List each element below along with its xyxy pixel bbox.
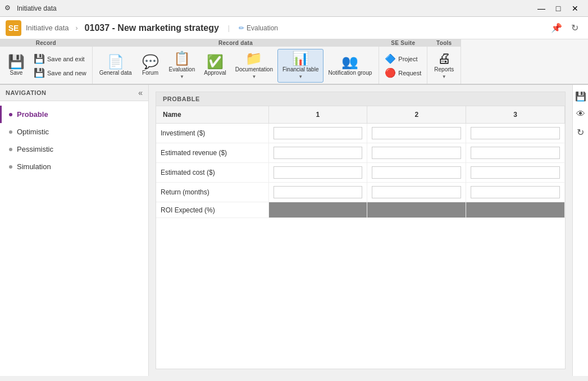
app-icon: ⚙ — [4, 4, 13, 13]
revenue-input-3[interactable] — [471, 147, 560, 159]
general-data-button[interactable]: 📄 General data — [95, 49, 136, 83]
investiment-input-3[interactable] — [471, 127, 560, 139]
ribbon-group-se-suite-header: SE Suite — [379, 39, 427, 47]
return-col3[interactable] — [466, 183, 565, 202]
sidebar-save-button[interactable]: 💾 — [574, 89, 587, 103]
return-input-1[interactable] — [274, 186, 363, 198]
general-data-icon: 📄 — [107, 55, 124, 69]
sidebar-refresh-button[interactable]: ↻ — [574, 125, 587, 139]
save-new-icon: 💾 — [34, 67, 45, 78]
nav-label-simulation: Simulation — [17, 162, 51, 171]
title-bar: ⚙ Initiative data — □ ✕ — [0, 0, 588, 17]
pipe-separator: | — [228, 24, 230, 32]
financial-table-button[interactable]: 📊 Financial table▼ — [277, 49, 323, 83]
cost-input-1[interactable] — [274, 166, 363, 179]
save-button[interactable]: 💾 Save — [2, 49, 30, 83]
content-panel: PROBABLE Name 1 2 3 Investiment ($) — [156, 92, 566, 369]
main-layout: NAVIGATION « Probable Optimistic Pessimi… — [0, 85, 588, 376]
revenue-col3[interactable] — [466, 143, 565, 163]
revenue-input-1[interactable] — [274, 147, 363, 159]
nav-item-simulation[interactable]: Simulation — [0, 158, 148, 175]
cost-input-3[interactable] — [471, 166, 560, 179]
ribbon-group-se-suite: SE Suite 🔷 Project 🔴 Request — [379, 39, 427, 84]
nav-dot-simulation — [9, 165, 12, 169]
maximize-button[interactable]: □ — [550, 2, 567, 15]
return-input-2[interactable] — [372, 186, 461, 198]
approval-button[interactable]: ✅ Approval — [199, 49, 230, 83]
investiment-input-1[interactable] — [274, 127, 363, 139]
nav-item-optimistic[interactable]: Optimistic — [0, 123, 148, 140]
revenue-col2[interactable] — [367, 143, 466, 163]
cost-col2[interactable] — [367, 163, 466, 183]
col-name-header: Name — [156, 106, 268, 124]
ribbon-group-tools-content: 🖨 Reports▼ — [427, 47, 461, 84]
revenue-col1[interactable] — [268, 143, 367, 163]
forum-button[interactable]: 💬 Forum — [136, 49, 165, 83]
table-row: Estimated cost ($) — [156, 163, 565, 183]
title-bar-text: Initiative data — [17, 4, 533, 12]
investiment-input-2[interactable] — [372, 127, 461, 139]
sidebar-view-button[interactable]: 👁 — [574, 107, 587, 121]
evaluation-button[interactable]: 📋 Evaluation▼ — [165, 49, 200, 83]
nav-collapse-button[interactable]: « — [138, 88, 143, 97]
nav-item-pessimistic[interactable]: Pessimistic — [0, 140, 148, 158]
investiment-col1[interactable] — [268, 124, 367, 143]
minimize-button[interactable]: — — [533, 2, 550, 15]
evaluation-link[interactable]: ✏ Evaluation — [239, 24, 278, 32]
return-col1[interactable] — [268, 183, 367, 202]
ribbon-group-tools-header: Tools — [427, 39, 461, 47]
refresh-button[interactable]: ↻ — [567, 20, 582, 36]
ribbon-bar: Record 💾 Save 💾 Save and exit 💾 Save and… — [0, 39, 588, 85]
ribbon-groups: Record 💾 Save 💾 Save and exit 💾 Save and… — [0, 39, 588, 84]
nav-label-optimistic: Optimistic — [17, 128, 49, 136]
navigation-panel: NAVIGATION « Probable Optimistic Pessimi… — [0, 85, 149, 376]
table-row: Return (months) — [156, 183, 565, 202]
notification-group-button[interactable]: 👥 Notification group — [323, 49, 376, 83]
table-row: Estimated revenue ($) — [156, 143, 565, 163]
content-area: PROBABLE Name 1 2 3 Investiment ($) — [149, 85, 572, 376]
nav-label-probable: Probable — [17, 110, 48, 119]
cost-col3[interactable] — [466, 163, 565, 183]
roi-label: ROI Expected (%) — [156, 202, 268, 218]
request-button[interactable]: 🔴 Request — [381, 66, 425, 79]
approval-icon: ✅ — [207, 55, 224, 69]
save-and-new-button[interactable]: 💾 Save and new — [30, 66, 90, 79]
save-icon: 💾 — [8, 55, 25, 69]
app-header: SE Initiative data › 01037 - New marketi… — [0, 17, 588, 39]
cost-col1[interactable] — [268, 163, 367, 183]
ribbon-group-tools: Tools 🖨 Reports▼ — [427, 39, 461, 84]
nav-items: Probable Optimistic Pessimistic Simulati… — [0, 101, 148, 180]
save-exit-icon: 💾 — [34, 53, 45, 64]
notification-group-icon: 👥 — [341, 55, 358, 69]
record-small-buttons: 💾 Save and exit 💾 Save and new — [30, 49, 90, 83]
return-col2[interactable] — [367, 183, 466, 202]
ribbon-group-se-suite-content: 🔷 Project 🔴 Request — [379, 47, 427, 84]
project-button[interactable]: 🔷 Project — [381, 52, 425, 65]
documentation-button[interactable]: 📁 Documentation▼ — [231, 49, 277, 83]
close-button[interactable]: ✕ — [567, 2, 584, 15]
ribbon-group-record-header: Record — [0, 39, 92, 47]
nav-label-pessimistic: Pessimistic — [17, 145, 53, 153]
forum-icon: 💬 — [142, 55, 159, 69]
investiment-col2[interactable] — [367, 124, 466, 143]
reports-button[interactable]: 🖨 Reports▼ — [430, 49, 458, 83]
table-header-row: Name 1 2 3 — [156, 106, 565, 124]
nav-dot-probable — [9, 113, 12, 116]
revenue-input-2[interactable] — [372, 147, 461, 159]
window-controls: — □ ✕ — [533, 2, 584, 15]
nav-item-probable[interactable]: Probable — [0, 106, 148, 123]
financial-table-icon: 📊 — [292, 52, 309, 65]
investiment-col3[interactable] — [466, 124, 565, 143]
cost-input-2[interactable] — [372, 166, 461, 179]
breadcrumb-separator: › — [76, 24, 78, 32]
table-row: Investiment ($) — [156, 124, 565, 143]
return-input-3[interactable] — [471, 186, 560, 198]
ribbon-group-record-data-header: Record data — [93, 39, 379, 47]
save-and-exit-button[interactable]: 💾 Save and exit — [30, 52, 90, 65]
right-sidebar: 💾 👁 ↻ — [572, 85, 588, 376]
app-name: Initiative data — [26, 24, 69, 32]
nav-title: NAVIGATION — [6, 89, 46, 96]
pin-button[interactable]: 📌 — [549, 20, 564, 36]
nav-dot-optimistic — [9, 130, 12, 134]
header-actions: 📌 ↻ — [549, 20, 582, 36]
